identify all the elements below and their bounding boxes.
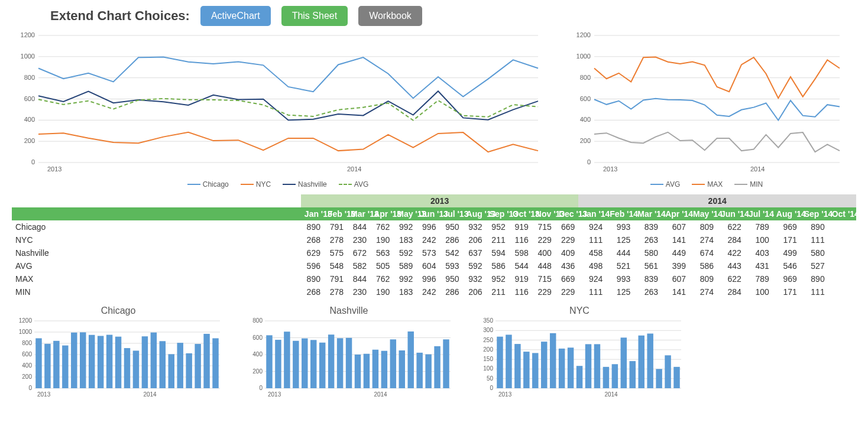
cell: 125 <box>606 285 634 298</box>
svg-rect-55 <box>115 337 121 388</box>
svg-rect-89 <box>355 355 361 388</box>
cell: 669 <box>555 220 578 233</box>
svg-rect-84 <box>310 340 316 388</box>
cell: 171 <box>773 233 801 246</box>
cell: 286 <box>439 285 462 298</box>
svg-rect-47 <box>44 344 50 388</box>
svg-text:400: 400 <box>580 116 591 123</box>
cell: 715 <box>532 220 555 233</box>
svg-rect-129 <box>594 344 600 388</box>
bar-title-nyc: NYC <box>473 306 686 316</box>
svg-text:2014: 2014 <box>347 165 361 173</box>
svg-text:1200: 1200 <box>19 317 33 324</box>
cell: 992 <box>393 272 416 285</box>
svg-text:400: 400 <box>22 362 32 369</box>
row-label: AVG <box>12 259 301 272</box>
svg-text:200: 200 <box>483 346 493 353</box>
svg-text:1000: 1000 <box>576 53 591 60</box>
svg-rect-82 <box>293 341 299 388</box>
header: Extend Chart Choices: ActiveChart This S… <box>50 6 856 26</box>
cell: 111 <box>801 285 828 298</box>
svg-rect-135 <box>647 333 653 388</box>
cell: 592 <box>393 246 416 259</box>
svg-text:1200: 1200 <box>21 31 35 38</box>
cell: 206 <box>463 285 486 298</box>
svg-rect-81 <box>284 332 290 388</box>
cell: 563 <box>370 246 393 259</box>
cell: 268 <box>301 233 324 246</box>
cell: 116 <box>509 233 532 246</box>
cell: 399 <box>662 259 689 272</box>
cell: 573 <box>416 246 439 259</box>
svg-rect-137 <box>665 355 671 388</box>
cell: 444 <box>606 246 634 259</box>
svg-rect-95 <box>407 332 413 388</box>
svg-rect-124 <box>550 333 556 388</box>
svg-rect-91 <box>373 350 378 388</box>
cell: 448 <box>532 259 555 272</box>
svg-text:400: 400 <box>252 351 263 358</box>
svg-rect-134 <box>638 336 644 388</box>
cell <box>828 233 856 246</box>
cell: 924 <box>578 272 606 285</box>
cell: 211 <box>486 233 509 246</box>
svg-text:1000: 1000 <box>21 53 35 60</box>
cell: 952 <box>486 272 509 285</box>
bar-chart-nyc[interactable]: NYC 05010015020025030035020132014 <box>473 306 686 402</box>
cell: 436 <box>555 259 578 272</box>
svg-text:0: 0 <box>28 385 32 391</box>
cell: 422 <box>717 246 745 259</box>
svg-text:150: 150 <box>483 356 493 362</box>
cell: 993 <box>606 272 634 285</box>
svg-rect-66 <box>212 338 218 388</box>
svg-rect-59 <box>151 333 157 388</box>
cell: 672 <box>347 246 370 259</box>
svg-rect-120 <box>514 344 520 388</box>
cell: 993 <box>606 220 634 233</box>
cell: 839 <box>634 220 662 233</box>
svg-rect-64 <box>195 344 200 388</box>
cell: 762 <box>370 220 393 233</box>
cell: 791 <box>324 220 347 233</box>
cell: 789 <box>745 220 773 233</box>
cell: 263 <box>634 285 662 298</box>
workbook-button[interactable]: Workbook <box>358 6 422 26</box>
svg-rect-57 <box>133 350 139 388</box>
svg-text:0: 0 <box>31 158 35 165</box>
cell: 586 <box>486 259 509 272</box>
svg-rect-122 <box>532 353 538 388</box>
cell: 274 <box>689 285 717 298</box>
bar-chart-nashville[interactable]: Nashville 020040060080020132014 <box>242 306 455 402</box>
cell: 715 <box>532 272 555 285</box>
cell: 183 <box>393 285 416 298</box>
page-title: Extend Chart Choices: <box>50 8 190 24</box>
svg-rect-56 <box>124 348 130 388</box>
cell: 278 <box>324 233 347 246</box>
activechart-button[interactable]: ActiveChart <box>200 6 271 26</box>
thissheet-button[interactable]: This Sheet <box>281 6 348 26</box>
svg-rect-80 <box>275 340 281 388</box>
cell: 284 <box>717 233 745 246</box>
svg-text:300: 300 <box>483 327 493 333</box>
cell: 594 <box>486 246 509 259</box>
cell: 622 <box>717 272 745 285</box>
cell: 190 <box>370 285 393 298</box>
cell: 229 <box>555 233 578 246</box>
svg-text:2014: 2014 <box>604 391 618 398</box>
cell: 263 <box>634 233 662 246</box>
bar-chart-chicago[interactable]: Chicago 02004006008001000120020132014 <box>12 306 225 402</box>
cell: 593 <box>439 259 462 272</box>
cell: 844 <box>347 272 370 285</box>
cell: 449 <box>662 246 689 259</box>
top-chart-stats[interactable]: 02004006008001000120020132014 AVGMAXMIN <box>568 30 846 188</box>
svg-rect-96 <box>416 353 422 388</box>
svg-text:1200: 1200 <box>576 31 591 38</box>
top-chart-cities[interactable]: 02004006008001000120020132014 ChicagoNYC… <box>12 30 544 188</box>
svg-text:1000: 1000 <box>19 329 33 335</box>
cell: 521 <box>606 259 634 272</box>
cell: 598 <box>509 246 532 259</box>
cell: 211 <box>486 285 509 298</box>
data-table: 20132014Jan '13Feb '13Mar '13Apr '13May … <box>12 194 856 298</box>
cell <box>828 272 856 285</box>
svg-rect-52 <box>89 335 95 388</box>
